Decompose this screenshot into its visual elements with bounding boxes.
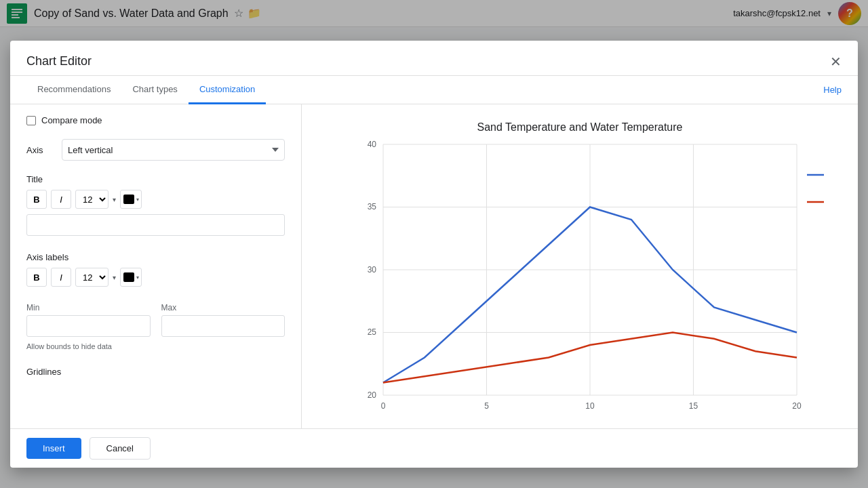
y-label-25: 25 xyxy=(368,327,377,337)
x-label-0: 0 xyxy=(381,401,386,411)
min-group: Min xyxy=(26,303,151,337)
gridlines-section: Gridlines xyxy=(26,367,285,377)
chart-editor-dialog: Chart Editor ✕ Recommendations Chart typ… xyxy=(10,41,858,468)
title-format-row: B I 12141618 ▾ ▾ xyxy=(26,190,285,209)
tab-recommendations[interactable]: Recommendations xyxy=(26,76,121,104)
axis-labels-color-picker[interactable]: ▾ xyxy=(120,268,142,287)
chart-container: Sand Temperature and Water Temperature xyxy=(318,115,842,418)
x-label-5: 5 xyxy=(484,401,489,411)
axis-dropdown[interactable]: Left vertical Right vertical Bottom hori… xyxy=(62,139,285,161)
bounds-hint: Allow bounds to hide data xyxy=(26,342,285,350)
axis-labels-font-size-select[interactable]: 12141618 xyxy=(75,268,108,287)
editor-title: Chart Editor xyxy=(26,54,92,68)
minmax-section: Min Max Allow bounds to hide data xyxy=(26,303,285,350)
title-section-label: Title xyxy=(26,174,285,184)
x-label-15: 15 xyxy=(689,401,698,411)
modal-overlay: Chart Editor ✕ Recommendations Chart typ… xyxy=(0,0,868,488)
y-label-35: 35 xyxy=(368,202,377,211)
right-panel: Sand Temperature and Water Temperature xyxy=(302,104,858,428)
editor-footer: Insert Cancel xyxy=(10,428,858,468)
max-input[interactable] xyxy=(161,315,285,337)
axis-labels-format-row: B I 12141618 ▾ ▾ xyxy=(26,268,285,287)
compare-mode-label: Compare mode xyxy=(41,115,102,125)
axis-labels-section-label: Axis labels xyxy=(26,252,285,262)
editor-body: Compare mode Axis Left vertical Right ve… xyxy=(10,104,858,428)
y-label-20: 20 xyxy=(368,390,377,400)
close-button[interactable]: ✕ xyxy=(830,55,842,68)
y-label-40: 40 xyxy=(368,140,377,149)
gridlines-label: Gridlines xyxy=(26,367,285,377)
editor-header: Chart Editor ✕ xyxy=(10,41,858,76)
compare-mode-checkbox[interactable] xyxy=(26,116,36,125)
max-label: Max xyxy=(161,303,285,312)
title-text-input[interactable] xyxy=(26,214,285,236)
axis-labels-italic-button[interactable]: I xyxy=(51,268,71,287)
tab-customization[interactable]: Customization xyxy=(189,76,266,104)
title-color-picker[interactable]: ▾ xyxy=(120,190,142,209)
title-font-size-chevron[interactable]: ▾ xyxy=(113,196,116,203)
chart-svg: Sand Temperature and Water Temperature xyxy=(336,110,824,422)
max-group: Max xyxy=(161,303,285,337)
help-link[interactable]: Help xyxy=(823,85,842,95)
x-label-20: 20 xyxy=(792,401,802,411)
title-color-chevron: ▾ xyxy=(136,197,139,203)
y-label-30: 30 xyxy=(368,265,377,274)
title-color-swatch xyxy=(123,195,134,204)
axis-labels-color-chevron: ▾ xyxy=(136,274,139,281)
title-section: Title B I 12141618 ▾ ▾ xyxy=(26,174,285,236)
axis-labels-bold-button[interactable]: B xyxy=(26,268,47,287)
axis-labels-font-size-chevron[interactable]: ▾ xyxy=(113,274,116,281)
min-label: Min xyxy=(26,303,151,312)
insert-button[interactable]: Insert xyxy=(26,438,81,459)
title-italic-button[interactable]: I xyxy=(51,190,71,209)
axis-labels-color-swatch xyxy=(123,272,134,282)
cancel-button[interactable]: Cancel xyxy=(90,437,151,460)
compare-mode-row: Compare mode xyxy=(26,115,285,125)
x-label-10: 10 xyxy=(585,401,595,411)
title-bold-button[interactable]: B xyxy=(26,190,47,209)
title-font-size-select[interactable]: 12141618 xyxy=(75,190,108,209)
min-input[interactable] xyxy=(26,315,151,337)
axis-labels-section: Axis labels B I 12141618 ▾ ▾ xyxy=(26,252,285,287)
left-panel: Compare mode Axis Left vertical Right ve… xyxy=(10,104,302,428)
tabs-bar: Recommendations Chart types Customizatio… xyxy=(10,76,858,104)
chart-title: Sand Temperature and Water Temperature xyxy=(477,121,683,133)
minmax-row: Min Max xyxy=(26,303,285,337)
tab-chart-types[interactable]: Chart types xyxy=(121,76,188,104)
axis-row: Axis Left vertical Right vertical Bottom… xyxy=(26,139,285,161)
axis-label: Axis xyxy=(26,145,54,155)
